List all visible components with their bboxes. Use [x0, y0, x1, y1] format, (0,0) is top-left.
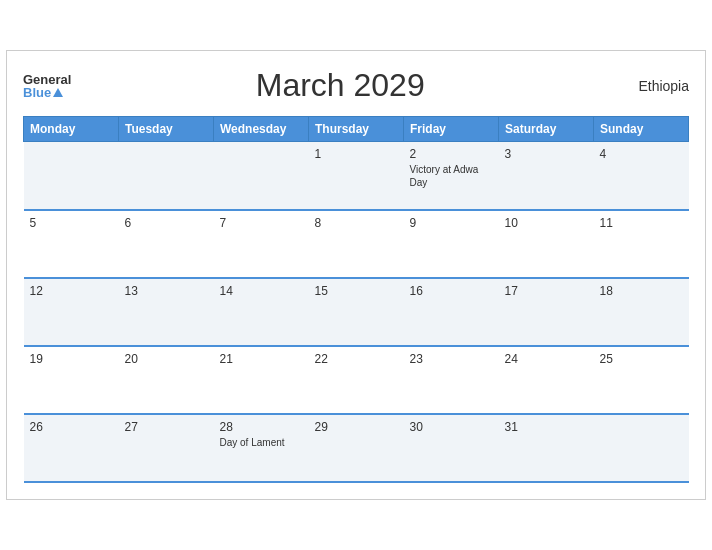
day-cell: 17	[499, 278, 594, 346]
day-cell: 5	[24, 210, 119, 278]
day-number: 18	[600, 284, 683, 298]
day-cell: 21	[214, 346, 309, 414]
week-row-1: 12Victory at Adwa Day34	[24, 142, 689, 210]
day-number: 2	[410, 147, 493, 161]
day-number: 16	[410, 284, 493, 298]
day-number: 29	[315, 420, 398, 434]
holiday-name: Day of Lament	[220, 436, 303, 449]
day-cell: 30	[404, 414, 499, 482]
day-cell: 25	[594, 346, 689, 414]
logo: General Blue	[23, 73, 71, 99]
logo-triangle-icon	[53, 88, 63, 97]
day-number: 19	[30, 352, 113, 366]
day-number: 28	[220, 420, 303, 434]
day-cell: 10	[499, 210, 594, 278]
day-cell: 31	[499, 414, 594, 482]
day-number: 17	[505, 284, 588, 298]
day-number: 10	[505, 216, 588, 230]
week-row-4: 19202122232425	[24, 346, 689, 414]
weekday-monday: Monday	[24, 117, 119, 142]
day-cell: 7	[214, 210, 309, 278]
day-number: 3	[505, 147, 588, 161]
weekday-tuesday: Tuesday	[119, 117, 214, 142]
calendar-container: General Blue March 2029 Ethiopia MondayT…	[6, 50, 706, 500]
country-label: Ethiopia	[609, 78, 689, 94]
day-cell: 20	[119, 346, 214, 414]
day-cell: 22	[309, 346, 404, 414]
week-row-3: 12131415161718	[24, 278, 689, 346]
day-cell: 29	[309, 414, 404, 482]
weekday-header-row: MondayTuesdayWednesdayThursdayFridaySatu…	[24, 117, 689, 142]
day-cell: 18	[594, 278, 689, 346]
weekday-thursday: Thursday	[309, 117, 404, 142]
logo-blue-text: Blue	[23, 86, 51, 99]
day-cell: 4	[594, 142, 689, 210]
day-cell: 1	[309, 142, 404, 210]
day-number: 6	[125, 216, 208, 230]
day-number: 30	[410, 420, 493, 434]
day-number: 9	[410, 216, 493, 230]
day-cell: 26	[24, 414, 119, 482]
day-number: 22	[315, 352, 398, 366]
day-number: 24	[505, 352, 588, 366]
logo-general-text: General	[23, 73, 71, 86]
day-cell	[24, 142, 119, 210]
day-number: 26	[30, 420, 113, 434]
calendar-header: General Blue March 2029 Ethiopia	[23, 67, 689, 104]
day-number: 21	[220, 352, 303, 366]
day-cell: 9	[404, 210, 499, 278]
day-number: 7	[220, 216, 303, 230]
day-number: 1	[315, 147, 398, 161]
day-cell: 19	[24, 346, 119, 414]
weekday-friday: Friday	[404, 117, 499, 142]
day-cell: 8	[309, 210, 404, 278]
day-cell	[594, 414, 689, 482]
holiday-name: Victory at Adwa Day	[410, 163, 493, 189]
day-cell: 15	[309, 278, 404, 346]
day-cell: 13	[119, 278, 214, 346]
day-number: 5	[30, 216, 113, 230]
day-number: 27	[125, 420, 208, 434]
day-cell: 11	[594, 210, 689, 278]
weekday-sunday: Sunday	[594, 117, 689, 142]
day-cell	[214, 142, 309, 210]
day-number: 20	[125, 352, 208, 366]
weekday-saturday: Saturday	[499, 117, 594, 142]
day-number: 8	[315, 216, 398, 230]
day-number: 31	[505, 420, 588, 434]
day-number: 13	[125, 284, 208, 298]
day-cell: 14	[214, 278, 309, 346]
week-row-5: 262728Day of Lament293031	[24, 414, 689, 482]
calendar-body: 12Victory at Adwa Day3456789101112131415…	[24, 142, 689, 482]
month-title: March 2029	[71, 67, 609, 104]
day-number: 23	[410, 352, 493, 366]
day-cell: 12	[24, 278, 119, 346]
week-row-2: 567891011	[24, 210, 689, 278]
day-cell: 28Day of Lament	[214, 414, 309, 482]
day-number: 12	[30, 284, 113, 298]
day-cell: 27	[119, 414, 214, 482]
day-cell: 16	[404, 278, 499, 346]
day-cell: 6	[119, 210, 214, 278]
day-number: 25	[600, 352, 683, 366]
day-cell: 3	[499, 142, 594, 210]
day-number: 14	[220, 284, 303, 298]
day-cell: 2Victory at Adwa Day	[404, 142, 499, 210]
day-cell	[119, 142, 214, 210]
day-number: 15	[315, 284, 398, 298]
day-cell: 23	[404, 346, 499, 414]
calendar-table: MondayTuesdayWednesdayThursdayFridaySatu…	[23, 116, 689, 483]
day-number: 11	[600, 216, 683, 230]
weekday-wednesday: Wednesday	[214, 117, 309, 142]
day-number: 4	[600, 147, 683, 161]
day-cell: 24	[499, 346, 594, 414]
